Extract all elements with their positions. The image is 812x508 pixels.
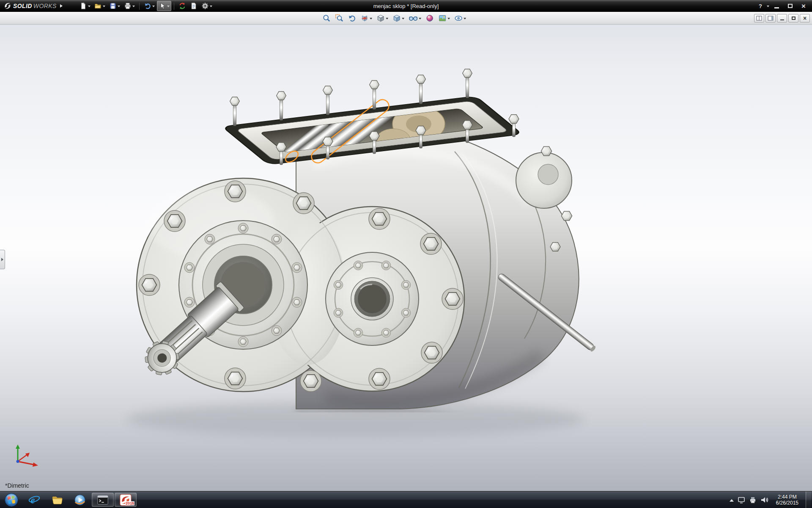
view-settings-button[interactable] [453,13,468,24]
help-button[interactable]: ? [756,3,765,9]
expand-pane-arrow-icon [1,258,5,261]
print-icon [124,2,132,10]
task-pane-toggle-button[interactable] [765,14,776,22]
print-button[interactable] [122,1,137,11]
tray-app-icon[interactable] [738,496,745,504]
side-pane-icon [768,16,774,21]
solidworks-year-badge: 2015 [125,501,134,505]
graphics-viewport[interactable]: *Dimetric [0,25,812,491]
zoom-to-area-icon [335,14,343,22]
windows-taskbar: e [0,491,812,508]
dropdown-caret-icon[interactable] [402,18,404,21]
dropdown-caret-icon[interactable] [447,18,450,21]
rebuild-icon [178,2,186,10]
document-close-button[interactable]: × [800,14,810,22]
solidworks-mark-icon [3,2,12,10]
zoom-to-fit-icon [322,14,331,22]
dropdown-caret-icon[interactable] [118,6,120,8]
document-minimize-button[interactable] [777,14,787,22]
appearance-sphere-icon [425,14,434,22]
maximize-button[interactable] [784,2,796,11]
previous-view-icon [348,14,356,22]
window-titlebar: SOLIDWORKS [0,0,812,12]
display-style-icon [392,14,401,22]
select-cursor-icon [159,2,166,10]
file-properties-icon [190,2,198,10]
options-button[interactable] [200,1,214,11]
select-button[interactable] [157,1,171,11]
new-document-button[interactable] [78,1,92,11]
zoom-to-area-button[interactable] [333,13,345,24]
hide-show-glasses-icon [409,14,418,22]
heads-up-view-toolbar [321,12,468,25]
zoom-to-fit-button[interactable] [321,13,332,24]
dropdown-caret-icon[interactable] [132,6,135,8]
dropdown-caret-icon[interactable] [370,18,372,21]
tray-printer-icon[interactable] [749,496,757,504]
toolbar-separator [139,3,140,10]
heads-up-toolbar-row: × [0,12,812,25]
system-tray: 2:44 PM 6/26/2015 [730,491,812,508]
open-button[interactable] [93,1,107,11]
view-settings-icon [454,14,463,22]
windows-start-orb-icon [4,493,19,507]
apply-scene-icon [438,14,447,22]
dropdown-caret-icon[interactable] [152,6,155,8]
close-icon: × [803,15,807,21]
hidden-icons-chevron-icon[interactable] [730,497,734,502]
split-pane-icon [756,16,762,21]
show-desktop-button[interactable] [806,491,811,508]
dropdown-caret-icon[interactable] [386,18,388,21]
options-gear-icon [201,2,209,10]
dropdown-caret-icon[interactable] [167,6,170,8]
dropdown-caret-icon[interactable] [464,18,466,21]
orientation-triad [10,440,47,471]
save-icon [109,2,117,10]
minimize-button[interactable] [770,2,783,11]
open-folder-icon [94,2,102,10]
taskbar-clock[interactable]: 2:44 PM 6/26/2015 [773,494,802,506]
menu-expand-arrow-icon[interactable] [60,4,64,8]
dropdown-caret-icon[interactable] [210,6,212,8]
section-view-button[interactable] [359,13,374,24]
solidworks-logo[interactable]: SOLIDWORKS [0,2,68,10]
secondary-bearing-boss[interactable] [326,252,419,345]
featuremanager-collapsed-tab[interactable] [0,250,5,269]
close-button[interactable]: × [797,2,810,11]
previous-view-button[interactable] [346,13,358,24]
restore-down-icon [792,17,796,20]
titlebar-controls: ? × [756,2,812,11]
internet-explorer-icon: e [28,494,41,506]
media-player-icon [74,494,86,506]
display-style-button[interactable] [391,13,406,24]
taskbar-media-player[interactable] [69,493,91,507]
edit-appearance-button[interactable] [424,13,436,24]
apply-scene-button[interactable] [436,13,452,24]
file-properties-button[interactable] [188,1,199,11]
view-orientation-button[interactable] [375,13,390,24]
dropdown-caret-icon[interactable] [88,6,91,8]
taskbar-internet-explorer[interactable]: e [23,493,45,507]
taskbar-windows-explorer[interactable] [46,493,68,507]
rebuild-button[interactable] [177,1,188,11]
document-restore-button[interactable] [788,14,798,22]
maximize-icon [788,4,793,8]
taskbar-solidworks-2015[interactable]: 2015 [115,493,137,507]
model-canvas[interactable] [0,25,812,491]
dropdown-caret-icon[interactable] [419,18,421,21]
gearbox-model[interactable] [137,69,596,409]
help-dropdown-caret-icon[interactable] [767,6,769,8]
save-button[interactable] [107,1,122,11]
start-button[interactable] [0,491,23,508]
volume-icon[interactable] [760,496,769,504]
desktop: SOLIDWORKS [0,0,812,508]
hide-show-items-button[interactable] [407,13,423,24]
undo-button[interactable] [142,1,156,11]
folder-icon [51,494,63,506]
taskbar-command-prompt[interactable] [92,493,114,507]
toolbar-separator [174,3,174,10]
minimize-icon [780,19,784,20]
viewport-pane-toggle-button[interactable] [754,14,764,22]
dropdown-caret-icon[interactable] [103,6,105,8]
close-icon: × [801,3,806,10]
